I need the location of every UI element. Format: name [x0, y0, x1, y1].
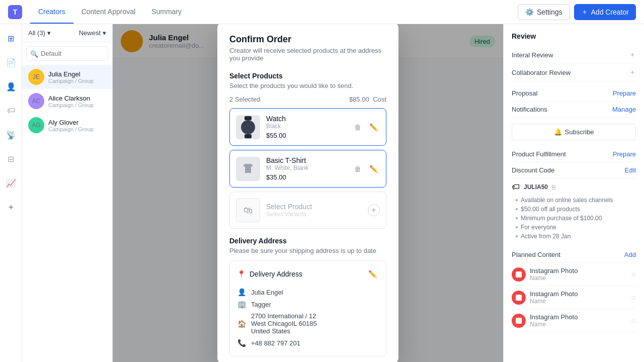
- internal-review-plus-icon[interactable]: ＋: [629, 50, 636, 59]
- tab-content-approval[interactable]: Content Approval: [73, 1, 143, 24]
- delivery-heading: Delivery Address: [229, 237, 386, 245]
- selected-count: 2 Selected: [229, 96, 260, 103]
- product-thumbnail-tshirt: [236, 157, 260, 181]
- top-nav-tabs: Creators Content Approval Summary: [30, 1, 190, 24]
- tab-creators[interactable]: Creators: [30, 1, 73, 24]
- delivery-address-row: 🏠 2700 International / 12 West ChicagoIL…: [237, 310, 379, 337]
- sidebar-icon-table[interactable]: ⊟: [3, 151, 19, 167]
- chevron-down-icon: ▾: [103, 29, 106, 37]
- delete-product-watch-button[interactable]: 🗑: [352, 121, 363, 133]
- planned-avatar-2: [512, 314, 526, 328]
- notifications-action[interactable]: Manage: [612, 106, 636, 113]
- creator-item-alice[interactable]: AC Alice Clarkson Campaign / Group: [22, 89, 112, 113]
- search-icon: 🔍: [30, 50, 38, 57]
- add-creator-button[interactable]: ＋ Add Creator: [574, 4, 636, 20]
- planned-content-row: Planned Content Add: [512, 247, 636, 263]
- select-products-desc: Select the products you would like to se…: [229, 82, 386, 89]
- planned-item-1: Instagram Photo Name ○: [512, 286, 636, 309]
- copy-icon[interactable]: ⎘: [552, 184, 556, 191]
- discount-code-row: Discount Code Edit: [512, 162, 636, 178]
- chevron-down-icon: ▾: [47, 29, 51, 37]
- product-fulfillment-action[interactable]: Prepare: [613, 150, 636, 158]
- add-product-button[interactable]: +: [368, 204, 380, 216]
- collaborator-review-row: Collaborator Review ＋: [512, 64, 636, 81]
- edit-delivery-button[interactable]: ✏️: [366, 268, 379, 280]
- phone-icon: 📞: [237, 339, 246, 347]
- notifications-row: Notifications Manage: [512, 102, 636, 118]
- content-area: Julia Engel creatoremail@do... Hired Con…: [113, 24, 503, 362]
- creators-panel-header: All (3) ▾ Newest ▾: [22, 24, 112, 42]
- discount-code-section: 🏷 JULIA50 ⎘: [512, 178, 636, 196]
- delivery-desc: Please be sure your shipping address is …: [229, 247, 386, 254]
- filter-button[interactable]: All (3) ▾: [28, 29, 51, 37]
- sidebar-icon-chart[interactable]: 📈: [3, 175, 19, 191]
- product-thumbnail-watch: [236, 115, 260, 139]
- select-product-icon: 🛍: [236, 198, 260, 222]
- selected-info: 2 Selected $85.00 Cost: [229, 96, 386, 103]
- gear-icon: ⚙️: [525, 8, 534, 16]
- svg-rect-0: [516, 272, 522, 278]
- review-title: Review: [512, 32, 636, 40]
- planned-item-0: Instagram Photo Name ○: [512, 263, 636, 286]
- sidebar-icon-tag[interactable]: 🏷: [3, 103, 19, 119]
- sidebar-icon-grid[interactable]: ⊞: [3, 30, 19, 46]
- internal-review-row: Interal Review ＋: [512, 46, 636, 64]
- planned-avatar-1: [512, 291, 526, 305]
- planned-item-radio-1[interactable]: ○: [631, 293, 636, 302]
- plus-icon: ＋: [581, 8, 588, 17]
- planned-item-radio-0[interactable]: ○: [631, 270, 636, 279]
- top-nav: T Creators Content Approval Summary ⚙️ S…: [0, 0, 644, 24]
- avatar: JE: [28, 69, 44, 85]
- sort-button[interactable]: Newest ▾: [79, 29, 106, 37]
- person-icon: 👤: [237, 288, 246, 296]
- product-fulfillment-row: Product Fulfillment Prepare: [512, 146, 636, 162]
- delivery-section: Delivery Address Please be sure your shi…: [229, 237, 386, 356]
- delivery-box: 📍 Delivery Address ✏️ 👤 Julia Engel 🏢 Ta…: [229, 260, 386, 356]
- avatar: AG: [28, 117, 44, 133]
- planned-item-radio-2[interactable]: ○: [631, 316, 636, 325]
- tag-icon: 🏷: [512, 183, 520, 192]
- avatar: AC: [28, 93, 44, 109]
- search-box: 🔍: [26, 46, 108, 61]
- tab-summary[interactable]: Summary: [143, 1, 190, 24]
- subscribe-button[interactable]: 🔔 Subscribe: [512, 124, 636, 140]
- sidebar-icon-person[interactable]: 👤: [3, 78, 19, 95]
- select-products-heading: Select Products: [229, 72, 386, 80]
- collaborator-review-plus-icon[interactable]: ＋: [629, 68, 636, 77]
- product-card-watch: Watch Black $55.00 🗑 ✏️: [229, 108, 386, 146]
- location-icon: 📍: [237, 270, 246, 278]
- confirm-order-modal: Confirm Order Creator will receive selec…: [217, 24, 398, 362]
- sidebar-icon-page[interactable]: 📄: [3, 54, 19, 70]
- discount-details: Available on online sales channels $50.0…: [512, 196, 636, 241]
- proposal-action[interactable]: Prepare: [613, 89, 636, 97]
- delete-product-tshirt-button[interactable]: 🗑: [352, 163, 363, 175]
- delivery-phone-row: 📞 +48 882 797 201: [237, 337, 379, 349]
- planned-content-add[interactable]: Add: [624, 251, 636, 258]
- home-icon: 🏠: [237, 320, 246, 328]
- app-logo: T: [8, 5, 22, 19]
- proposal-row: Proposal Prepare: [512, 85, 636, 102]
- svg-rect-2: [516, 318, 522, 324]
- main-layout: ⊞ 📄 👤 🏷 📡 ⊟ 📈 ✦ All (3) ▾ Newest ▾ 🔍 JE: [0, 24, 644, 362]
- creator-item-julia[interactable]: JE Julia Engel Campaign / Group: [22, 65, 112, 89]
- edit-product-watch-button[interactable]: ✏️: [367, 121, 380, 133]
- sidebar-icon-star[interactable]: ✦: [3, 199, 19, 215]
- sidebar-icon-signal[interactable]: 📡: [3, 127, 19, 143]
- product-card-tshirt: Basic T-Shirt M, White, Blank $35.00 🗑 ✏…: [229, 150, 386, 188]
- edit-product-tshirt-button[interactable]: ✏️: [367, 163, 380, 175]
- select-product-card[interactable]: 🛍 Select Product Select Variants +: [229, 192, 386, 229]
- search-input[interactable]: [26, 46, 108, 61]
- selected-cost: $85.00 Cost: [349, 96, 386, 103]
- delivery-company-row: 🏢 Tagger: [237, 298, 379, 310]
- creators-panel: All (3) ▾ Newest ▾ 🔍 JE Julia Engel Camp…: [22, 24, 113, 362]
- planned-avatar-0: [512, 267, 526, 282]
- modal-title: Confirm Order: [229, 34, 386, 45]
- settings-button[interactable]: ⚙️ Settings: [518, 4, 570, 20]
- right-sidebar: Review Interal Review ＋ Collaborator Rev…: [503, 24, 644, 362]
- creator-item-aly[interactable]: AG Aly Glover Campaign / Group: [22, 113, 112, 137]
- modal-overlay: Confirm Order Creator will receive selec…: [113, 24, 503, 362]
- delivery-label: 📍 Delivery Address: [237, 270, 302, 278]
- building-icon: 🏢: [237, 300, 246, 308]
- planned-item-2: Instagram Photo Name ○: [512, 309, 636, 332]
- discount-code-edit[interactable]: Edit: [625, 166, 636, 174]
